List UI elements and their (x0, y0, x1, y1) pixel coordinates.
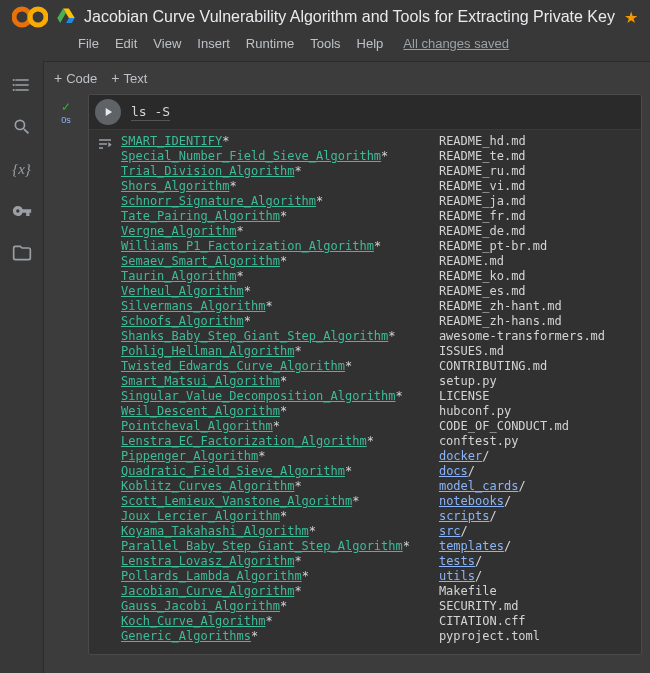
header: Jacobian Curve Vulnerability Algorithm a… (0, 0, 650, 61)
add-text-button[interactable]: +Text (111, 70, 147, 86)
menu-edit[interactable]: Edit (107, 34, 145, 53)
colab-logo[interactable] (10, 6, 48, 28)
left-sidebar: {x} (0, 61, 44, 673)
code-input[interactable]: ls -S (131, 104, 170, 121)
svg-marker-3 (66, 18, 75, 23)
svg-point-7 (12, 89, 14, 91)
variables-icon[interactable]: {x} (12, 159, 32, 179)
menu-runtime[interactable]: Runtime (238, 34, 302, 53)
svg-point-5 (12, 79, 14, 81)
add-code-label: Code (66, 71, 97, 86)
svg-point-6 (12, 84, 14, 86)
menu-insert[interactable]: Insert (189, 34, 238, 53)
files-icon[interactable] (12, 243, 32, 263)
add-text-label: Text (123, 71, 147, 86)
menu-help[interactable]: Help (349, 34, 392, 53)
menu-file[interactable]: File (70, 34, 107, 53)
code-cell: ✓ 0s ls -S SMART_IDENTIFY* (44, 94, 650, 655)
secrets-icon[interactable] (12, 201, 32, 221)
menu-view[interactable]: View (145, 34, 189, 53)
save-status[interactable]: All changes saved (395, 34, 517, 53)
menu-bar: File Edit View Insert Runtime Tools Help… (10, 28, 640, 61)
cell-output: SMART_IDENTIFY* README_hd.md Special_Num… (121, 130, 641, 654)
document-title[interactable]: Jacobian Curve Vulnerability Algorithm a… (84, 8, 615, 26)
check-icon: ✓ (61, 100, 71, 114)
drive-icon (57, 7, 75, 27)
toc-icon[interactable] (12, 75, 32, 95)
notebook-main: +Code +Text ✓ 0s ls -S (44, 61, 650, 673)
menu-tools[interactable]: Tools (302, 34, 348, 53)
cell-gutter: ✓ 0s (44, 94, 88, 655)
svg-point-1 (30, 9, 46, 25)
star-icon[interactable]: ★ (624, 8, 638, 27)
search-icon[interactable] (12, 117, 32, 137)
run-button[interactable] (95, 99, 121, 125)
code-input-row[interactable]: ls -S (89, 95, 641, 130)
exec-time: 0s (61, 115, 71, 125)
add-code-button[interactable]: +Code (54, 70, 97, 86)
cell-toolbar: +Code +Text (44, 62, 650, 94)
output-settings-icon[interactable] (97, 136, 113, 654)
